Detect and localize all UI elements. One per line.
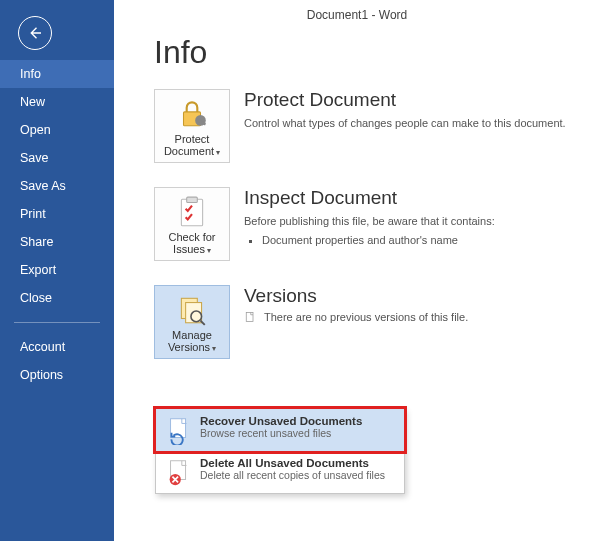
manage-versions-button[interactable]: Manage Versions▾ [154, 285, 230, 359]
check-issues-button[interactable]: Check for Issues▾ [154, 187, 230, 261]
svg-rect-9 [246, 313, 253, 322]
inspect-bullet: Document properties and author's name [262, 234, 600, 246]
protect-heading: Protect Document [244, 89, 600, 111]
inspect-heading: Inspect Document [244, 187, 600, 209]
sidebar-item-new[interactable]: New [0, 88, 114, 116]
delete-title: Delete All Unsaved Documents [200, 457, 385, 469]
protect-description: Control what types of changes people can… [244, 115, 600, 132]
svg-rect-4 [187, 197, 198, 202]
versions-item: There are no previous versions of this f… [264, 311, 468, 323]
manage-versions-label: Manage Versions▾ [159, 329, 225, 353]
back-button[interactable] [18, 16, 52, 50]
document-recover-icon [164, 415, 194, 445]
chevron-down-icon: ▾ [216, 148, 220, 157]
sidebar-item-share[interactable]: Share [0, 228, 114, 256]
check-issues-label: Check for Issues▾ [159, 231, 225, 255]
sidebar-item-print[interactable]: Print [0, 200, 114, 228]
manage-versions-menu: Recover Unsaved Documents Browse recent … [155, 408, 405, 494]
versions-heading: Versions [244, 285, 600, 307]
document-icon [244, 311, 256, 323]
section-inspect: Check for Issues▾ Inspect Document Befor… [154, 187, 600, 261]
delete-subtitle: Delete all recent copies of unsaved file… [200, 469, 385, 483]
protect-document-button[interactable]: Protect Document▾ [154, 89, 230, 163]
lock-icon [175, 97, 209, 129]
backstage-sidebar: Info New Open Save Save As Print Share E… [0, 0, 114, 541]
sidebar-nav: Info New Open Save Save As Print Share E… [0, 60, 114, 389]
recover-subtitle: Browse recent unsaved files [200, 427, 362, 441]
sidebar-item-save-as[interactable]: Save As [0, 172, 114, 200]
sidebar-item-options[interactable]: Options [0, 361, 114, 389]
arrow-left-icon [26, 24, 44, 42]
sidebar-item-close[interactable]: Close [0, 284, 114, 312]
inspect-description: Before publishing this file, be aware th… [244, 213, 600, 230]
menu-item-delete-unsaved[interactable]: Delete All Unsaved Documents Delete all … [156, 451, 404, 493]
sidebar-item-account[interactable]: Account [0, 333, 114, 361]
page-title: Info [154, 34, 600, 71]
svg-rect-3 [181, 199, 202, 226]
sidebar-item-open[interactable]: Open [0, 116, 114, 144]
sidebar-item-export[interactable]: Export [0, 256, 114, 284]
section-versions: Manage Versions▾ Versions There are no p… [154, 285, 600, 359]
protect-button-label: Protect Document▾ [159, 133, 225, 157]
menu-item-recover-unsaved[interactable]: Recover Unsaved Documents Browse recent … [156, 409, 404, 451]
sidebar-item-save[interactable]: Save [0, 144, 114, 172]
section-protect: Protect Document▾ Protect Document Contr… [154, 89, 600, 163]
recover-title: Recover Unsaved Documents [200, 415, 362, 427]
document-delete-icon [164, 457, 194, 487]
chevron-down-icon: ▾ [207, 246, 211, 255]
sidebar-separator [14, 322, 100, 323]
checklist-icon [175, 195, 209, 227]
sidebar-item-info[interactable]: Info [0, 60, 114, 88]
document-versions-icon [175, 293, 209, 325]
chevron-down-icon: ▾ [212, 344, 216, 353]
